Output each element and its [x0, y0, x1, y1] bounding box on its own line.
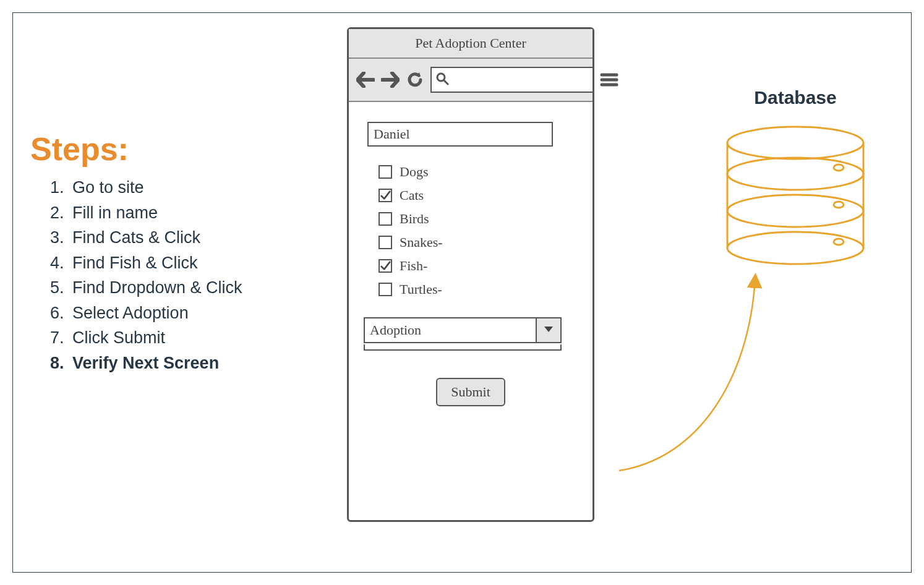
- name-field[interactable]: [367, 122, 553, 147]
- step-click-submit: Click Submit: [69, 325, 316, 351]
- checkbox-row-turtles[interactable]: Turtles-: [379, 281, 574, 297]
- checkbox-label-snakes: Snakes-: [400, 234, 443, 250]
- checkbox-turtles[interactable]: [379, 283, 392, 296]
- forward-icon[interactable]: [381, 72, 400, 88]
- checkbox-row-snakes[interactable]: Snakes-: [379, 234, 574, 250]
- step-find-fish-click: Find Fish & Click: [69, 250, 316, 276]
- submit-wrap: Submit: [367, 378, 574, 406]
- chevron-down-icon: [544, 325, 554, 336]
- step-fill-in-name: Fill in name: [69, 200, 316, 226]
- app-titlebar: Pet Adoption Center: [349, 29, 592, 59]
- checkbox-row-birds[interactable]: Birds: [379, 211, 574, 227]
- steps-title: Steps:: [30, 130, 316, 168]
- app-toolbar: [349, 59, 592, 102]
- app-title: Pet Adoption Center: [415, 35, 526, 51]
- database-title: Database: [693, 87, 897, 108]
- search-box[interactable]: [430, 67, 594, 93]
- checkbox-list: Dogs Cats Birds Snakes-: [379, 164, 574, 297]
- step-verify-next-screen: Verify Next Screen: [69, 351, 316, 376]
- dropdown-wrap: Adoption: [364, 317, 574, 351]
- checkbox-dogs[interactable]: [379, 165, 392, 179]
- checkbox-label-birds: Birds: [400, 211, 429, 227]
- checkbox-row-dogs[interactable]: Dogs: [379, 164, 574, 180]
- checkbox-cats[interactable]: [379, 189, 392, 202]
- checkbox-label-turtles: Turtles-: [400, 281, 442, 297]
- step-find-dropdown-click: Find Dropdown & Click: [69, 275, 316, 301]
- svg-point-10: [727, 127, 863, 159]
- checkbox-label-dogs: Dogs: [400, 164, 428, 180]
- diagram-canvas: Steps: Go to site Fill in name Find Cats…: [12, 12, 912, 573]
- checkbox-label-fish: Fish-: [400, 258, 427, 274]
- svg-point-6: [834, 239, 844, 245]
- search-input[interactable]: [453, 73, 589, 87]
- steps-panel: Steps: Go to site Fill in name Find Cats…: [25, 130, 316, 375]
- service-dropdown[interactable]: Adoption: [364, 317, 562, 343]
- checkbox-row-cats[interactable]: Cats: [379, 187, 574, 203]
- svg-point-5: [727, 232, 863, 264]
- svg-point-7: [727, 195, 863, 227]
- checkbox-fish[interactable]: [379, 259, 392, 273]
- app-window: Pet Adoption Center: [347, 27, 594, 522]
- svg-point-8: [834, 202, 844, 208]
- submit-button[interactable]: Submit: [436, 378, 505, 406]
- svg-point-11: [834, 164, 844, 171]
- dropdown-selected: Adoption: [365, 318, 536, 342]
- checkbox-label-cats: Cats: [400, 187, 424, 203]
- flow-arrow-icon: [601, 267, 798, 495]
- step-go-to-site: Go to site: [69, 175, 316, 200]
- svg-line-1: [444, 80, 448, 84]
- back-icon[interactable]: [356, 72, 375, 88]
- dropdown-underline: [364, 344, 562, 351]
- checkbox-birds[interactable]: [379, 212, 392, 226]
- step-find-cats-click: Find Cats & Click: [69, 225, 316, 250]
- refresh-icon[interactable]: [406, 70, 424, 89]
- app-content: Dogs Cats Birds Snakes-: [349, 102, 592, 406]
- search-icon: [435, 72, 449, 88]
- step-select-adoption: Select Adoption: [69, 301, 316, 326]
- database-icon: [721, 124, 870, 267]
- dropdown-button[interactable]: [536, 318, 560, 342]
- menu-icon[interactable]: [600, 72, 618, 88]
- steps-list: Go to site Fill in name Find Cats & Clic…: [25, 175, 316, 375]
- database-panel: Database: [693, 87, 897, 267]
- checkbox-snakes[interactable]: [379, 236, 392, 249]
- svg-point-9: [727, 158, 863, 190]
- checkbox-row-fish[interactable]: Fish-: [379, 258, 574, 274]
